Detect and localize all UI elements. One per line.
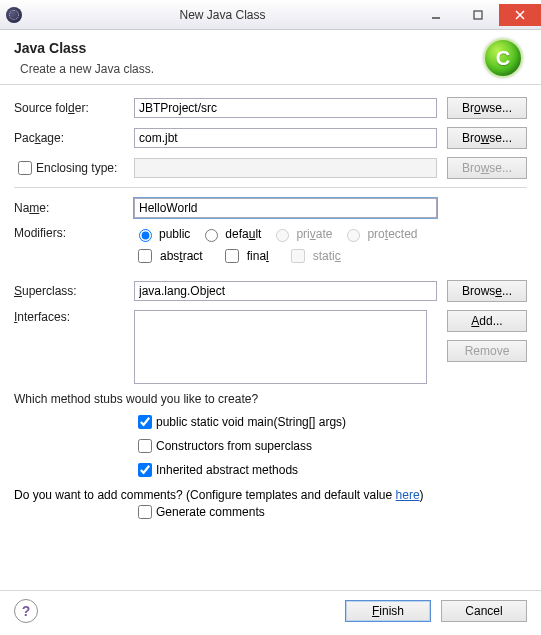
enclosing-type-label: Enclosing type: [14, 158, 134, 178]
configure-templates-link[interactable]: here [396, 488, 420, 502]
modifier-static: static [287, 246, 341, 266]
separator [14, 187, 527, 188]
svg-rect-1 [474, 11, 482, 19]
modifier-protected: protected [342, 226, 417, 242]
package-browse-button[interactable]: Browse... [447, 127, 527, 149]
help-icon[interactable]: ? [14, 599, 38, 623]
method-stubs-question: Which method stubs would you like to cre… [14, 392, 527, 406]
modifier-protected-radio [347, 229, 360, 242]
modifier-private-radio [276, 229, 289, 242]
interfaces-remove-button: Remove [447, 340, 527, 362]
source-folder-input[interactable] [134, 98, 437, 118]
superclass-input[interactable] [134, 281, 437, 301]
modifier-default[interactable]: default [200, 226, 261, 242]
package-input[interactable] [134, 128, 437, 148]
method-stubs-section: Which method stubs would you like to cre… [14, 392, 527, 480]
cancel-button[interactable]: Cancel [441, 600, 527, 622]
interfaces-label: Interfaces: [14, 310, 134, 324]
enclosing-type-input [134, 158, 437, 178]
stub-inherited-checkbox[interactable] [138, 463, 152, 477]
package-label: Package: [14, 131, 134, 145]
interfaces-row: Interfaces: Add... Remove [14, 310, 527, 384]
comments-section: Do you want to add comments? (Configure … [14, 488, 527, 522]
generate-comments-label: Generate comments [156, 505, 265, 519]
minimize-button[interactable] [415, 4, 457, 26]
close-button[interactable] [499, 4, 541, 26]
generate-comments-checkbox[interactable] [138, 505, 152, 519]
modifier-final[interactable]: final [221, 246, 269, 266]
enclosing-type-browse-button: Browse... [447, 157, 527, 179]
interfaces-add-button[interactable]: Add... [447, 310, 527, 332]
comments-question: Do you want to add comments? (Configure … [14, 488, 527, 502]
banner: Java Class Create a new Java class. C [0, 30, 541, 85]
enclosing-type-text: Enclosing type: [36, 161, 117, 175]
stub-constructors-checkbox[interactable] [138, 439, 152, 453]
name-label: Name: [14, 201, 134, 215]
finish-button[interactable]: Finish [345, 600, 431, 622]
titlebar: New Java Class [0, 0, 541, 30]
footer: ? Finish Cancel [0, 590, 541, 635]
modifier-abstract[interactable]: abstract [134, 246, 203, 266]
modifier-public-radio[interactable] [139, 229, 152, 242]
window-buttons [415, 4, 541, 26]
source-folder-label: Source folder: [14, 101, 134, 115]
package-row: Package: Browse... [14, 127, 527, 149]
superclass-label: Superclass: [14, 284, 134, 298]
source-folder-browse-button[interactable]: Browse... [447, 97, 527, 119]
modifier-private: private [271, 226, 332, 242]
modifiers-row: Modifiers: public default private protec… [14, 226, 527, 266]
stub-inherited-label: Inherited abstract methods [156, 463, 298, 477]
modifier-static-checkbox [291, 249, 305, 263]
enclosing-type-checkbox[interactable] [18, 161, 32, 175]
class-badge-icon: C [483, 38, 523, 78]
window-title: New Java Class [30, 8, 415, 22]
page-title: Java Class [14, 40, 527, 56]
superclass-row: Superclass: Browse... [14, 280, 527, 302]
stub-constructors-label: Constructors from superclass [156, 439, 312, 453]
content: Source folder: Browse... Package: Browse… [0, 85, 541, 538]
modifiers-label: Modifiers: [14, 226, 134, 240]
enclosing-type-row: Enclosing type: Browse... [14, 157, 527, 179]
interfaces-listbox[interactable] [134, 310, 427, 384]
eclipse-icon [6, 7, 22, 23]
maximize-button[interactable] [457, 4, 499, 26]
modifier-abstract-checkbox[interactable] [138, 249, 152, 263]
page-subtitle: Create a new Java class. [14, 62, 527, 76]
modifier-public[interactable]: public [134, 226, 190, 242]
stub-main-checkbox[interactable] [138, 415, 152, 429]
name-input[interactable] [134, 198, 437, 218]
stub-main-label: public static void main(String[] args) [156, 415, 346, 429]
source-folder-row: Source folder: Browse... [14, 97, 527, 119]
modifier-default-radio[interactable] [205, 229, 218, 242]
name-row: Name: [14, 198, 527, 218]
modifier-final-checkbox[interactable] [225, 249, 239, 263]
superclass-browse-button[interactable]: Browse... [447, 280, 527, 302]
